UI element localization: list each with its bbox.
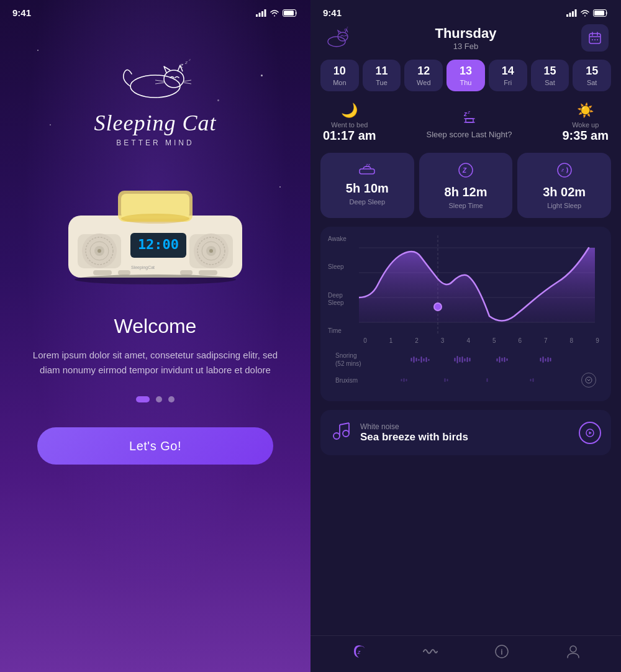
dot-2[interactable] [156, 396, 162, 402]
chart-x-3: 3 [437, 337, 449, 344]
svg-rect-39 [566, 14, 568, 17]
day-name-sat2: Sat [587, 79, 597, 86]
chart-label-deep-sleep: DeepSleep [328, 292, 347, 307]
svg-rect-85 [465, 358, 466, 361]
svg-rect-59 [466, 119, 473, 122]
white-noise-card: White noise Sea breeze with birds [320, 410, 611, 455]
went-to-bed-value: 01:17 am [323, 129, 376, 143]
woke-up-stat: ☀️ Woke up 9:35 am [563, 102, 609, 143]
day-cell-sat1[interactable]: 15 Sat [531, 60, 569, 91]
activity-rows: Snoring (52 mins) [328, 347, 604, 395]
snoring-waveform [374, 353, 596, 366]
nav-info[interactable]: i [494, 643, 510, 660]
svg-rect-2 [261, 11, 263, 17]
svg-line-11 [184, 83, 191, 84]
play-icon [586, 429, 594, 437]
nav-info-icon: i [494, 643, 510, 660]
svg-rect-80 [428, 359, 430, 361]
chart-x-4: 4 [462, 337, 474, 344]
svg-line-8 [155, 80, 164, 81]
welcome-desc: Lorem ipsum dolor sit amet, consetetur s… [25, 348, 286, 378]
svg-rect-41 [572, 11, 574, 17]
svg-rect-1 [259, 12, 261, 17]
expand-button[interactable] [581, 373, 596, 388]
svg-point-107 [333, 433, 340, 439]
logo-area: z z z Sleeping Cat BETTER MIND [94, 55, 217, 147]
snoring-row: Snoring (52 mins) [335, 349, 596, 370]
nav-person-icon [565, 643, 581, 660]
svg-rect-62 [360, 169, 374, 174]
day-name-wed: Wed [417, 79, 430, 86]
day-cell-mon[interactable]: 10 Mon [320, 60, 359, 91]
svg-rect-35 [180, 270, 193, 275]
bruxism-waveform [374, 374, 576, 386]
svg-rect-92 [507, 358, 508, 361]
chart-label-sleep: Sleep [328, 263, 347, 271]
svg-text:z: z [356, 649, 360, 655]
woke-up-label: Woke up [572, 121, 599, 129]
svg-rect-87 [469, 358, 471, 361]
day-num-thu: 13 [460, 65, 472, 78]
chart-x-9: 9 [591, 337, 604, 344]
day-cell-sat2[interactable]: 15 Sat [573, 60, 611, 91]
svg-rect-49 [589, 34, 601, 43]
day-num-sat2: 15 [586, 65, 598, 78]
calendar-button[interactable] [581, 24, 609, 52]
metric-value-deep-sleep: 5h 10m [346, 181, 389, 196]
svg-text:12:00: 12:00 [138, 237, 179, 252]
svg-point-18 [121, 214, 189, 224]
svg-point-116 [570, 646, 576, 652]
nav-sleep[interactable]: z [351, 643, 367, 660]
white-noise-info: White noise Sea breeze with birds [360, 422, 570, 443]
day-name-tue: Tue [376, 79, 388, 86]
metric-card-deep-sleep: zz 5h 10m Deep Sleep [320, 153, 414, 218]
svg-rect-78 [424, 358, 425, 361]
chart-y-labels: Awake Sleep DeepSleep Time [328, 235, 347, 335]
header-date-section: Thursday 13 Feb [435, 25, 496, 51]
day-name-mon: Mon [333, 79, 346, 86]
status-icons-right [566, 9, 609, 17]
dot-1[interactable] [136, 396, 150, 402]
lets-go-button[interactable]: Let's Go! [37, 427, 273, 465]
status-icons-left [256, 9, 298, 17]
nav-wave-icon [422, 643, 438, 660]
svg-line-10 [184, 80, 191, 81]
day-cell-tue[interactable]: 11 Tue [363, 60, 401, 91]
play-button[interactable] [579, 422, 601, 444]
day-name-sat1: Sat [545, 79, 555, 86]
svg-point-32 [209, 249, 213, 253]
nav-wave[interactable] [422, 643, 438, 660]
device-image: 12:00 SleepingCat [56, 178, 255, 290]
chart-x-7: 7 [540, 337, 552, 344]
svg-rect-93 [540, 358, 542, 361]
svg-point-65 [558, 163, 571, 177]
welcome-title: Welcome [25, 315, 286, 338]
day-cell-thu[interactable]: 13 Thu [446, 60, 485, 91]
time-left: 9:41 [12, 7, 31, 18]
svg-rect-73 [411, 358, 412, 361]
svg-rect-104 [530, 379, 532, 381]
svg-text:z: z [467, 109, 471, 115]
svg-rect-88 [497, 358, 498, 361]
svg-point-54 [594, 39, 596, 40]
day-cell-wed[interactable]: 12 Wed [404, 60, 443, 91]
svg-rect-84 [462, 356, 463, 363]
chart-x-labels: 0 1 2 3 4 5 6 7 8 9 [359, 335, 604, 347]
svg-rect-79 [426, 357, 427, 362]
header-day: Thursday [435, 25, 496, 42]
svg-rect-33 [93, 270, 112, 275]
day-num-mon: 10 [333, 65, 346, 78]
day-cell-fri[interactable]: 14 Fri [489, 60, 527, 91]
calendar-icon [588, 31, 602, 45]
nav-person[interactable] [565, 643, 581, 660]
svg-rect-102 [447, 379, 448, 381]
svg-rect-90 [502, 358, 503, 361]
music-icon [330, 420, 351, 445]
svg-rect-81 [455, 358, 456, 361]
signal-icon-r [566, 9, 577, 17]
day-name-fri: Fri [504, 79, 512, 86]
went-to-bed-stat: 🌙 Went to bed 01:17 am [323, 102, 376, 143]
dot-3[interactable] [168, 396, 175, 402]
day-name-thu: Thu [460, 79, 472, 86]
metric-value-sleep-time: 8h 12m [445, 185, 487, 199]
